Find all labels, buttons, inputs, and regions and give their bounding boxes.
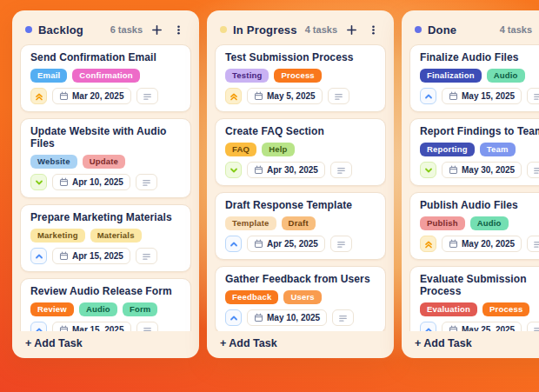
task-title: Finalize Audio Files <box>420 51 539 63</box>
column-task-count: 4 tasks <box>305 24 337 35</box>
column-task-count: 6 tasks <box>110 24 143 35</box>
task-tag: Publish <box>420 216 465 230</box>
add-task-button[interactable]: + Add Task <box>409 331 539 349</box>
tag-row: FAQHelp <box>225 143 376 156</box>
due-date: Mar 20, 2025 <box>72 91 124 101</box>
task-card[interactable]: Evaluate Submission Process EvaluationPr… <box>409 266 539 331</box>
task-card[interactable]: Finalize Audio Files FinalizationAudio M… <box>409 44 539 112</box>
column-menu-button[interactable] <box>365 22 381 37</box>
kanban-app: Backlog 6 tasks Send Confirmation Email … <box>0 0 539 392</box>
due-date: May 25, 2025 <box>462 325 515 331</box>
meta-row: May 5, 2025 <box>225 88 376 104</box>
task-card[interactable]: Create FAQ Section FAQHelp Apr 30, 2025 <box>215 118 386 186</box>
priority-medium-icon <box>30 248 47 264</box>
card-list: Test Submission Process TestingProcess M… <box>215 44 386 331</box>
column-status-dot <box>220 26 227 33</box>
column-header: Backlog 6 tasks <box>20 18 191 44</box>
notes-icon <box>532 238 539 249</box>
due-date: Mar 15, 2025 <box>72 325 124 331</box>
due-date-chip: May 30, 2025 <box>442 162 522 178</box>
add-task-button[interactable]: + Add Task <box>20 331 191 349</box>
tag-row: FeedbackUsers <box>225 290 376 304</box>
calendar-icon <box>59 91 69 101</box>
tag-row: TestingProcess <box>225 69 376 83</box>
task-card[interactable]: Test Submission Process TestingProcess M… <box>215 44 386 112</box>
due-date-chip: May 15, 2025 <box>442 88 522 104</box>
notes-chip <box>330 236 352 252</box>
column-status-dot <box>415 26 422 33</box>
due-date: Apr 15, 2025 <box>72 251 123 261</box>
task-tag: Update <box>83 155 125 169</box>
task-card[interactable]: Report Findings to Team ReportingTeam Ma… <box>409 118 539 186</box>
task-title: Test Submission Process <box>225 51 376 63</box>
notes-icon <box>141 176 152 188</box>
task-tag: Audio <box>470 216 509 230</box>
task-tag: Process <box>274 69 321 83</box>
due-date: Apr 10, 2025 <box>72 177 123 187</box>
task-card[interactable]: Update Website with Audio Files WebsiteU… <box>20 118 191 198</box>
priority-low-icon <box>30 174 47 190</box>
task-title: Prepare Marketing Materials <box>30 211 181 223</box>
notes-chip <box>527 322 539 331</box>
tag-row: MarketingMaterials <box>30 229 181 243</box>
notes-icon <box>333 90 344 102</box>
priority-medium-icon <box>420 88 436 104</box>
meta-row: May 30, 2025 <box>420 162 539 178</box>
notes-icon <box>532 324 539 331</box>
notes-icon <box>337 312 349 323</box>
due-date: May 5, 2025 <box>267 91 316 101</box>
task-tag: Confirmation <box>72 69 140 83</box>
priority-medium-icon <box>420 322 436 331</box>
add-card-button[interactable] <box>149 22 164 37</box>
calendar-icon <box>254 239 263 249</box>
task-title: Publish Audio Files <box>420 199 539 211</box>
task-card[interactable]: Gather Feedback from Users FeedbackUsers… <box>215 266 386 331</box>
column-status-dot <box>25 26 32 33</box>
column-done: Done 4 tasks Finalize Audio Files Finali… <box>402 10 539 358</box>
meta-row: Apr 25, 2025 <box>225 236 376 252</box>
task-tag: Evaluation <box>420 302 477 316</box>
calendar-icon <box>59 325 69 331</box>
priority-medium-icon <box>225 309 242 326</box>
due-date-chip: Apr 30, 2025 <box>247 162 325 178</box>
calendar-icon <box>59 251 69 261</box>
add-task-button[interactable]: + Add Task <box>215 331 386 349</box>
card-list: Finalize Audio Files FinalizationAudio M… <box>409 44 539 331</box>
calendar-icon <box>59 177 69 187</box>
task-card[interactable]: Send Confirmation Email EmailConfirmatio… <box>20 44 191 112</box>
task-tag: Email <box>30 69 67 83</box>
notes-chip <box>527 162 539 178</box>
priority-high-icon <box>225 88 242 104</box>
meta-row: May 15, 2025 <box>420 88 539 104</box>
task-tag: Marketing <box>30 229 85 243</box>
notes-chip <box>136 88 158 104</box>
calendar-icon <box>449 165 458 175</box>
task-tag: Review <box>30 302 74 316</box>
task-tag: Finalization <box>420 69 482 83</box>
tag-row: WebsiteUpdate <box>30 155 181 169</box>
calendar-icon <box>449 239 458 249</box>
task-tag: Users <box>283 290 321 304</box>
tag-row: PublishAudio <box>420 216 539 230</box>
column-title: In Progress <box>233 23 297 37</box>
notes-chip <box>332 309 354 326</box>
due-date-chip: Mar 20, 2025 <box>52 88 131 104</box>
notes-icon <box>336 164 347 176</box>
add-card-button[interactable] <box>343 22 359 37</box>
task-card[interactable]: Prepare Marketing Materials MarketingMat… <box>20 204 191 272</box>
task-card[interactable]: Draft Response Template TemplateDraft Ap… <box>215 192 386 260</box>
task-title: Send Confirmation Email <box>30 51 181 63</box>
task-tag: Audio <box>79 302 117 316</box>
task-card[interactable]: Review Audio Release Form ReviewAudioFor… <box>20 278 191 331</box>
notes-icon <box>532 90 539 102</box>
column-menu-button[interactable] <box>170 22 186 37</box>
task-title: Review Audio Release Form <box>30 285 181 297</box>
due-date: Apr 30, 2025 <box>267 165 318 175</box>
due-date-chip: May 20, 2025 <box>442 236 522 252</box>
task-title: Draft Response Template <box>225 199 376 211</box>
task-card[interactable]: Publish Audio Files PublishAudio May 20,… <box>409 192 539 260</box>
priority-high-icon <box>30 88 47 104</box>
task-tag: Process <box>482 302 529 316</box>
task-tag: Draft <box>282 216 316 230</box>
column-title: Done <box>428 23 456 37</box>
